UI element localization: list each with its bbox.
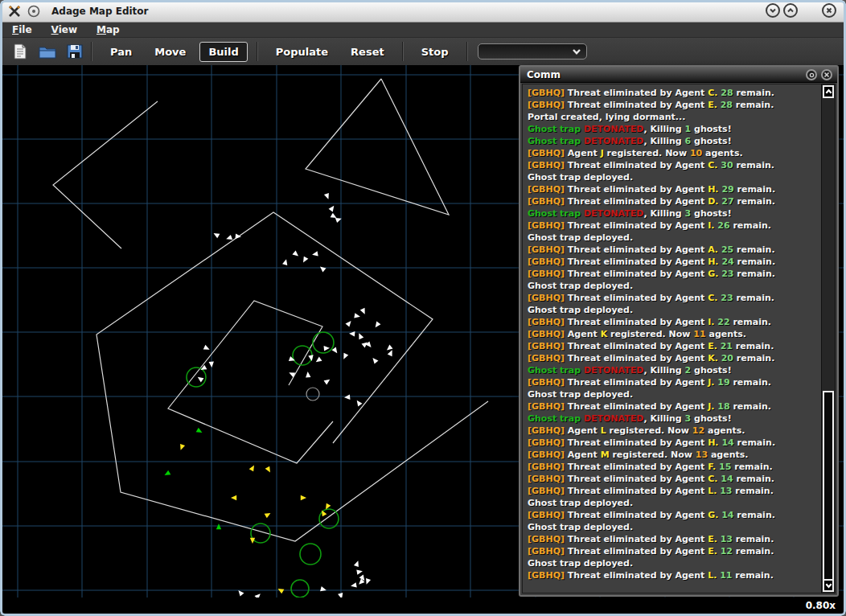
log-line: [GBHQ] Threat eliminated by Agent I. 26 … [528, 220, 821, 232]
ghost-marker [212, 231, 220, 238]
log-line: Ghost trap deployed. [528, 304, 821, 316]
window-titlebar[interactable]: Adage Map Editor [0, 0, 846, 23]
menu-view[interactable]: View [42, 24, 87, 35]
ghost-trap-circle [187, 368, 206, 387]
ghost-marker [305, 372, 310, 378]
maximize-button[interactable] [783, 3, 798, 18]
log-line: [GBHQ] Threat eliminated by Agent G. 14 … [528, 509, 821, 521]
populate-button[interactable]: Populate [267, 42, 337, 62]
log-line: Ghost trap deployed. [528, 280, 821, 292]
map-select-combobox[interactable] [478, 43, 587, 60]
ghost-marker [301, 257, 308, 264]
comm-shade-button[interactable] [806, 69, 817, 80]
chevron-down-icon [825, 582, 832, 589]
menubar: FileViewMap [2, 23, 844, 38]
log-line: [GBHQ] Threat eliminated by Agent I. 22 … [528, 316, 821, 328]
shade-pin-button[interactable] [27, 5, 40, 18]
dormant-portal-circle [306, 388, 319, 400]
log-line: [GBHQ] Threat eliminated by Agent K. 20 … [528, 352, 821, 364]
close-icon [823, 72, 830, 78]
ghost-marker [332, 347, 339, 355]
agent-marker [163, 470, 170, 478]
window-controls [766, 3, 836, 18]
comm-close-button[interactable] [821, 69, 832, 80]
ghost-marker [356, 332, 363, 339]
menu-file[interactable]: File [2, 24, 42, 35]
ghost-marker [364, 578, 371, 585]
pan-button[interactable]: Pan [101, 42, 141, 62]
log-line: Portal created, lying dormant... [528, 111, 821, 123]
ghost-marker [314, 357, 322, 364]
log-line: Ghost trap deployed. [528, 171, 821, 183]
ghost-marker [351, 582, 357, 589]
log-line: Ghost trap DETONATED, Killing 1 ghosts! [528, 123, 821, 135]
reset-button[interactable]: Reset [342, 42, 393, 62]
ghost-marker [388, 349, 395, 356]
log-line: [GBHQ] Threat eliminated by Agent H. 14 … [528, 437, 821, 449]
comm-scrollbar[interactable] [821, 84, 836, 593]
ghost-trap-circle [313, 332, 334, 353]
menu-map[interactable]: Map [87, 24, 129, 35]
ghost-marker [292, 250, 300, 258]
log-line: Ghost trap deployed. [528, 232, 821, 244]
close-button[interactable] [822, 3, 836, 18]
log-line: [GBHQ] Threat eliminated by Agent C. 23 … [528, 292, 821, 304]
log-line: [GBHQ] Agent L registered. Now 12 agents… [528, 425, 821, 437]
toolbar-separator [91, 42, 92, 61]
ghost-marker [356, 569, 363, 575]
ghost-marker [324, 193, 331, 200]
ghost-marker [360, 308, 368, 315]
map-structure-outline [97, 212, 488, 541]
move-button[interactable]: Move [146, 42, 195, 62]
close-icon [825, 6, 833, 14]
toolbar-separator [466, 42, 468, 61]
ghost-marker [254, 592, 262, 598]
toolbar-separator [402, 42, 404, 61]
log-line: Ghost trap deployed. [528, 388, 821, 400]
statusbar: 0.80x [2, 598, 844, 614]
build-button[interactable]: Build [199, 42, 247, 62]
agent-marker [301, 495, 306, 500]
log-line: Ghost trap deployed. [528, 557, 821, 569]
log-line: [GBHQ] Agent J registered. Now 10 agents… [528, 147, 821, 159]
open-folder-icon[interactable] [38, 43, 57, 60]
ghost-marker [318, 265, 326, 273]
comm-log: [GBHQ] Threat eliminated by Agent C. 28 … [522, 84, 821, 593]
agent-marker [179, 444, 185, 451]
chevron-down-icon [572, 47, 581, 55]
log-line: [GBHQ] Threat eliminated by Agent D. 27 … [528, 195, 821, 207]
ghost-marker [341, 353, 348, 360]
ghost-marker [354, 313, 360, 319]
ghost-marker [209, 362, 215, 368]
log-line: [GBHQ] Threat eliminated by Agent H. 29 … [528, 183, 821, 195]
scroll-up-button[interactable] [823, 85, 834, 98]
comm-window: Comm [GBHQ] Threat eliminated by Agent C… [519, 65, 839, 597]
map-structure-outline [53, 101, 158, 248]
stop-button[interactable]: Stop [413, 42, 458, 62]
zoom-level: 0.80x [806, 600, 836, 611]
log-line: [GBHQ] Agent K registered. Now 11 agents… [528, 328, 821, 340]
new-document-icon[interactable] [10, 43, 30, 60]
log-line: [GBHQ] Threat eliminated by Agent L. 11 … [528, 569, 821, 581]
save-icon[interactable] [65, 43, 84, 60]
agent-marker [231, 495, 236, 500]
scrollbar-thumb[interactable] [823, 391, 834, 581]
ghost-marker [329, 204, 336, 212]
comm-controls [806, 69, 832, 80]
ghost-marker [225, 235, 232, 241]
log-line: [GBHQ] Threat eliminated by Agent A. 25 … [528, 244, 821, 256]
scroll-down-button[interactable] [823, 579, 834, 592]
log-line: [GBHQ] Threat eliminated by Agent C. 14 … [528, 473, 821, 485]
comm-titlebar[interactable]: Comm [520, 67, 837, 83]
log-line: [GBHQ] Threat eliminated by Agent E. 12 … [528, 545, 821, 557]
map-structure-outline [168, 301, 333, 463]
ghost-marker [371, 356, 379, 364]
ghost-marker [354, 560, 360, 567]
dot-icon [809, 72, 815, 78]
log-line: [GBHQ] Threat eliminated by Agent E. 13 … [528, 533, 821, 545]
minimize-button[interactable] [766, 3, 780, 18]
toolbar: PanMoveBuildPopulateResetStop [2, 38, 844, 65]
log-line: Ghost trap DETONATED, Killing 3 ghosts! [528, 413, 821, 425]
chevron-up-icon [825, 88, 832, 95]
app-icon [8, 5, 21, 18]
